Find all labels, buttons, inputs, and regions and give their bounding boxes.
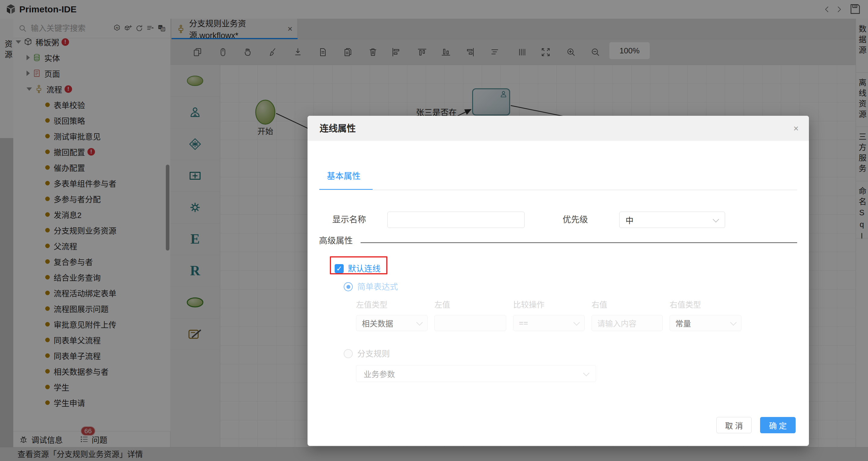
display-name-input[interactable]	[388, 212, 525, 228]
advanced-section-label: 高级属性	[319, 234, 353, 246]
branch-param-value: 业务参数	[364, 368, 395, 379]
priority-select[interactable]: 中	[619, 212, 725, 228]
app-window: Primeton-IDE 资源 输入关键字搜索 AIEn文 稀饭粥!实体页面流程…	[0, 0, 868, 461]
expr-column-label: 左值	[434, 299, 450, 308]
chevron-down-icon	[416, 319, 423, 326]
branch-rule-label: 分支规则	[357, 349, 390, 358]
expr-select[interactable]: 常量	[670, 315, 741, 331]
priority-label: 优先级	[563, 212, 588, 228]
dialog-tab-divider	[319, 190, 797, 190]
priority-value: 中	[626, 214, 633, 225]
simple-expression-label: 简单表达式	[357, 282, 398, 291]
expr-select[interactable]: 相关数据	[356, 315, 428, 331]
cancel-button[interactable]: 取 消	[716, 417, 752, 433]
simple-expression-radio[interactable]	[344, 282, 353, 291]
dialog-close-icon[interactable]: ×	[793, 116, 799, 141]
branch-rule-radio[interactable]	[344, 349, 353, 358]
expr-input[interactable]	[434, 315, 506, 331]
expr-value: 常量	[675, 317, 691, 329]
tab-basic-properties[interactable]: 基本属性	[327, 170, 361, 182]
ok-button[interactable]: 确 定	[760, 417, 796, 433]
chevron-down-icon	[583, 370, 589, 376]
expr-value: 请输入内容	[597, 317, 637, 329]
chevron-down-icon	[574, 319, 580, 326]
edge-properties-dialog: 连线属性 × 基本属性 显示名称 优先级 中 高级属性 ✓ 默认连线 简单表达式…	[308, 116, 809, 446]
expr-value: 相关数据	[362, 317, 393, 329]
expr-select[interactable]: ==	[513, 315, 585, 331]
expr-input[interactable]: 请输入内容	[592, 315, 663, 331]
advanced-section-divider	[361, 242, 797, 243]
expr-column-label: 右值	[592, 299, 607, 308]
dialog-title: 连线属性	[319, 116, 356, 141]
expr-value: ==	[519, 318, 528, 328]
default-line-checkbox[interactable]: ✓	[335, 264, 344, 273]
dialog-header: 连线属性 ×	[308, 116, 809, 141]
display-name-label: 显示名称	[332, 212, 366, 228]
expr-column-label: 右值类型	[670, 299, 701, 308]
chevron-down-icon	[713, 216, 719, 222]
expr-column-label: 左值类型	[356, 299, 388, 308]
branch-param-select[interactable]: 业务参数	[356, 365, 596, 382]
chevron-down-icon	[730, 319, 737, 326]
default-line-label: 默认连线	[348, 264, 380, 273]
expr-column-label: 比较操作	[513, 299, 545, 308]
